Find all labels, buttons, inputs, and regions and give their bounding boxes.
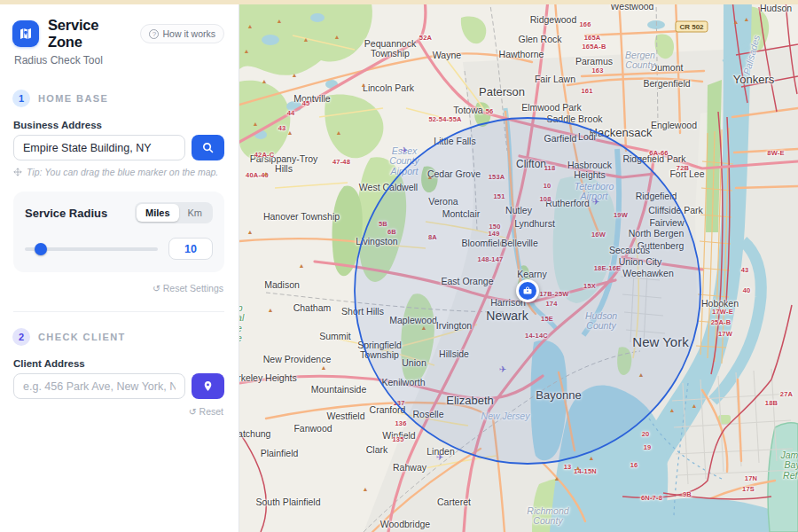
business-address-input[interactable]: [13, 135, 185, 160]
unit-toggle: Miles Km: [135, 202, 213, 223]
map-base-layer: [239, 0, 798, 532]
reset-settings-link[interactable]: ↺ Reset Settings: [153, 283, 223, 293]
drag-marker-tip: Tip: You can drag the blue marker on the…: [13, 167, 224, 177]
briefcase-icon: [522, 286, 533, 296]
home-base-marker[interactable]: [516, 279, 539, 302]
search-address-button[interactable]: [192, 135, 224, 160]
location-pin-icon: [202, 379, 214, 393]
question-icon: ?: [149, 29, 159, 39]
client-address-input[interactable]: [13, 373, 185, 399]
move-icon: [13, 168, 22, 176]
radius-value-box: 10: [168, 238, 213, 260]
app-header: Service Zone ? How it works: [0, 4, 239, 51]
search-icon: [201, 141, 215, 154]
service-radius-card: Service Radius Miles Km 10: [13, 192, 224, 272]
reset-client-label: Reset: [200, 406, 223, 417]
service-radius-label: Service Radius: [25, 207, 107, 220]
tip-text: Tip: You can drag the blue marker on the…: [27, 167, 218, 177]
reset-client-link[interactable]: ↺ Reset: [189, 406, 223, 417]
app-window: Service Zone ? How it works Radius Check…: [0, 0, 798, 532]
home-base-heading: HOME BASE: [38, 93, 108, 104]
map-canvas[interactable]: HudsonWestwoodRidgewoodGlen RockHawthorn…: [239, 0, 798, 532]
reset-icon: ↺: [153, 283, 160, 293]
locate-client-button[interactable]: [192, 373, 224, 399]
unit-km-button[interactable]: Km: [179, 204, 212, 222]
home-base-section-header: 1 HOME BASE: [12, 90, 224, 107]
business-address-label: Business Address: [13, 120, 224, 130]
reset-icon: ↺: [189, 406, 197, 417]
step-2-badge: 2: [12, 328, 30, 346]
client-address-label: Client Address: [13, 358, 224, 369]
how-it-works-label: How it works: [162, 28, 215, 39]
check-client-heading: CHECK CLIENT: [38, 332, 126, 342]
unit-miles-button[interactable]: Miles: [137, 204, 179, 222]
slider-thumb[interactable]: [35, 243, 47, 255]
sidebar-panel: Service Zone ? How it works Radius Check…: [0, 4, 239, 532]
app-subtitle: Radius Check Tool: [0, 51, 239, 66]
app-logo: [12, 20, 39, 47]
how-it-works-button[interactable]: ? How it works: [140, 24, 224, 43]
reset-settings-label: Reset Settings: [163, 283, 223, 293]
map-pin-logo-icon: [18, 26, 34, 42]
app-title: Service Zone: [48, 17, 131, 51]
map-edge-strip: [0, 0, 798, 4]
section-divider: [13, 311, 224, 312]
radius-slider[interactable]: [25, 243, 158, 255]
check-client-section-header: 2 CHECK CLIENT: [12, 328, 224, 346]
step-1-badge: 1: [12, 90, 30, 107]
